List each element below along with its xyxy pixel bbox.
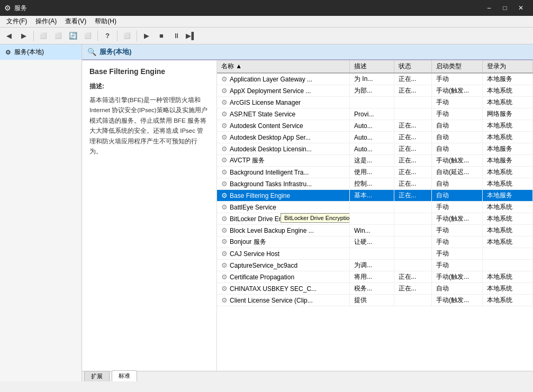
table-row[interactable]: ⚙CAJ Service Host手动 (217, 248, 533, 260)
toolbar-show-hide[interactable]: ⬜ (37, 30, 50, 42)
table-scroll[interactable]: 名称 ▲ 描述 状态 启动类型 登录为 ⚙Application Layer G… (217, 60, 533, 371)
service-name-cell: ⚙Background Tasks Infrastru... (217, 178, 350, 190)
menu-bar: 文件(F) 操作(A) 查看(V) 帮助(H) (0, 16, 533, 28)
toolbar-sep-2 (97, 31, 98, 41)
table-row[interactable]: ⚙ArcGIS License Manager手动本地系统 (217, 97, 533, 108)
table-row[interactable]: ⚙AppX Deployment Service ...为部...正在...手动… (217, 85, 533, 97)
service-name-cell: ⚙AVCTP 服务 (217, 155, 350, 167)
table-row[interactable]: ⚙BitLocker Drive Encryption ServiceBitLo… (217, 213, 533, 225)
minimize-button[interactable]: – (481, 0, 497, 16)
menu-file[interactable]: 文件(F) (2, 16, 31, 27)
table-row[interactable]: ⚙Block Level Backup Engine ...Win...手动本地… (217, 225, 533, 236)
table-row[interactable]: ⚙Application Layer Gateway ...为 In...正在.… (217, 73, 533, 85)
service-desc-cell: 使用... (350, 167, 394, 178)
table-row[interactable]: ⚙CaptureService_bc9acd为调...手动 (217, 260, 533, 271)
service-desc-cell: Provi... (350, 108, 394, 120)
table-row[interactable]: ⚙BattlEye Service手动本地系统 (217, 202, 533, 213)
service-startup-cell: 手动(触发... (432, 271, 482, 283)
service-status-cell (394, 260, 432, 271)
service-name-cell: ⚙BattlEye Service (217, 202, 350, 213)
toolbar-btn-extra[interactable]: ⬜ (120, 30, 134, 42)
table-row[interactable]: ⚙Autodesk Desktop App Ser...Auto...正在...… (217, 132, 533, 143)
toolbar-help[interactable]: ? (101, 30, 114, 42)
table-row[interactable]: ⚙Client License Service (Clip...提供手动(触发.… (217, 295, 533, 306)
service-login-cell: 网络服务 (482, 108, 532, 120)
table-row[interactable]: ⚙Base Filtering Engine基本...正在...自动本地服务 (217, 190, 533, 202)
desc-panel: Base Filtering Engine 描述: 基本筛选引擎(BFE)是一种… (82, 60, 217, 371)
service-name-cell: ⚙Block Level Backup Engine ... (217, 225, 350, 236)
table-row[interactable]: ⚙Autodesk Content ServiceAuto...正在...自动本… (217, 120, 533, 132)
col-header-login[interactable]: 登录为 (482, 60, 532, 73)
service-login-cell: 本地系统 (482, 213, 532, 225)
service-status-cell (394, 97, 432, 108)
service-status-cell (394, 236, 432, 248)
two-panel: Base Filtering Engine 描述: 基本筛选引擎(BFE)是一种… (82, 60, 533, 371)
window-title: 服务 (14, 4, 481, 13)
service-name-cell: ⚙Certificate Propagation (217, 271, 350, 283)
close-button[interactable]: ✕ (513, 0, 529, 16)
col-header-startup[interactable]: 启动类型 (432, 60, 482, 73)
table-row[interactable]: ⚙ASP.NET State ServiceProvi...手动网络服务 (217, 108, 533, 120)
menu-view[interactable]: 查看(V) (61, 16, 91, 27)
col-header-desc[interactable]: 描述 (350, 60, 394, 73)
service-name-cell: ⚙CAJ Service Host (217, 248, 350, 260)
toolbar-restart[interactable]: ▶▌ (184, 30, 198, 42)
service-desc-cell: Auto... (350, 132, 394, 143)
main-container: ⚙ 服务(本地) 🔍 服务(本地) Base Filtering Engine … (0, 44, 533, 381)
menu-action[interactable]: 操作(A) (31, 16, 61, 27)
toolbar-refresh[interactable]: 🔄 (66, 30, 80, 42)
tooltip: BitLocker Drive Encryption Service (281, 213, 350, 223)
service-name-cell: ⚙Autodesk Desktop Licensin... (217, 143, 350, 155)
service-desc-cell: 为部... (350, 85, 394, 97)
service-startup-cell: 自动 (432, 132, 482, 143)
service-login-cell: 本地系统 (482, 85, 532, 97)
table-row[interactable]: ⚙Background Intelligent Tra...使用...正在...… (217, 167, 533, 178)
table-row[interactable]: ⚙Autodesk Desktop Licensin...Auto...正在..… (217, 143, 533, 155)
table-row[interactable]: ⚙Bonjour 服务让硬...手动本地系统 (217, 236, 533, 248)
service-desc-cell: 将用... (350, 271, 394, 283)
col-header-name[interactable]: 名称 ▲ (217, 60, 350, 73)
maximize-button[interactable]: □ (497, 0, 513, 16)
tab-extended[interactable]: 扩展 (84, 371, 110, 381)
service-desc-cell (350, 97, 394, 108)
service-startup-cell: 手动 (432, 225, 482, 236)
table-row[interactable]: ⚙AVCTP 服务这是...正在...手动(触发...本地服务 (217, 155, 533, 167)
toolbar-back[interactable]: ◀ (2, 30, 16, 42)
toolbar-export[interactable]: ⬜ (81, 30, 95, 42)
service-desc-cell: 让硬... (350, 236, 394, 248)
service-status-cell (394, 108, 432, 120)
service-startup-cell: 手动 (432, 248, 482, 260)
desc-label: 描述: (89, 83, 104, 90)
service-startup-cell: 手动(触发... (432, 155, 482, 167)
service-status-cell: 正在... (394, 271, 432, 283)
service-desc-cell: 控制... (350, 178, 394, 190)
service-desc-cell: 提供 (350, 295, 394, 306)
service-desc-cell: 基本... (350, 190, 394, 202)
service-startup-cell: 手动 (432, 236, 482, 248)
toolbar-stop[interactable]: ■ (155, 30, 168, 42)
table-row[interactable]: ⚙CHINATAX USBKEY SEC_C...税务...正在...自动本地系… (217, 283, 533, 295)
service-status-cell: 正在... (394, 155, 432, 167)
service-name-cell: ⚙CHINATAX USBKEY SEC_C... (217, 283, 350, 295)
toolbar-btn-2[interactable]: ⬜ (51, 30, 65, 42)
service-login-cell: 本地系统 (482, 225, 532, 236)
sidebar-item-services-local[interactable]: ⚙ 服务(本地) (0, 44, 82, 60)
toolbar-pause[interactable]: ⏸ (169, 30, 183, 42)
table-row[interactable]: ⚙Background Tasks Infrastru...控制...正在...… (217, 178, 533, 190)
menu-help[interactable]: 帮助(H) (91, 16, 121, 27)
toolbar-sep-3 (117, 31, 118, 41)
service-desc-cell (350, 202, 394, 213)
content-header: 🔍 服务(本地) (82, 44, 533, 60)
col-header-status[interactable]: 状态 (394, 60, 432, 73)
toolbar-forward[interactable]: ▶ (17, 30, 31, 42)
service-name-cell: ⚙Application Layer Gateway ... (217, 73, 350, 85)
service-status-cell: 正在... (394, 143, 432, 155)
service-status-cell (394, 225, 432, 236)
service-startup-cell: 自动(延迟... (432, 167, 482, 178)
service-login-cell: 本地系统 (482, 120, 532, 132)
toolbar-play[interactable]: ▶ (140, 30, 153, 42)
service-startup-cell: 自动 (432, 143, 482, 155)
service-status-cell: 正在... (394, 85, 432, 97)
tab-standard[interactable]: 标准 (112, 370, 137, 381)
table-row[interactable]: ⚙Certificate Propagation将用...正在...手动(触发.… (217, 271, 533, 283)
